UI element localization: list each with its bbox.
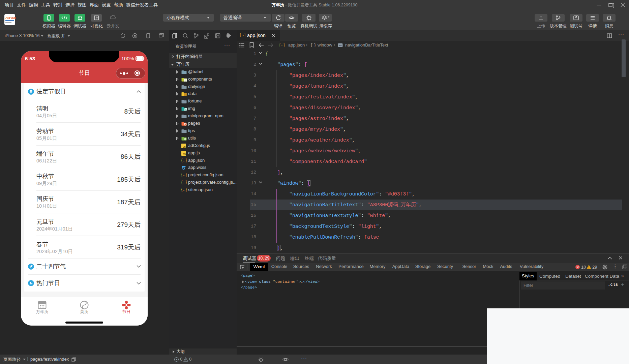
svg-text:JS: JS: [183, 153, 186, 155]
svg-text:abc: abc: [339, 44, 342, 47]
svg-text:JS: JS: [183, 146, 186, 148]
